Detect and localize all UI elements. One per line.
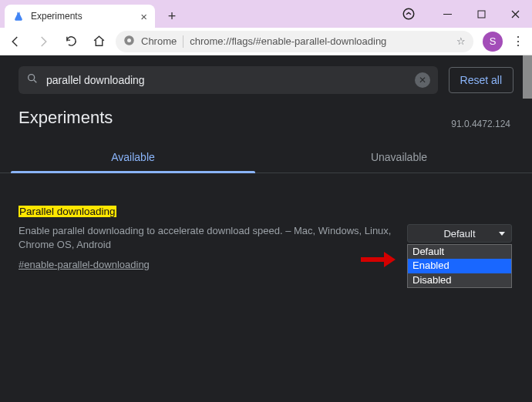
new-tab-button[interactable]: +: [161, 5, 183, 27]
window-minimize-button[interactable]: [430, 0, 464, 28]
svg-rect-2: [478, 11, 485, 18]
browser-window: Experiments × +: [0, 0, 532, 402]
origin-label: Chrome: [141, 35, 177, 47]
browser-menu-icon[interactable]: ⋮: [509, 34, 527, 49]
svg-line-8: [34, 80, 36, 82]
flag-dropdown: Default Default Enabled Disabled: [407, 224, 512, 288]
flag-option-enabled[interactable]: Enabled: [408, 259, 511, 273]
clear-search-icon[interactable]: ✕: [415, 72, 430, 88]
flag-dropdown-list: Default Enabled Disabled: [407, 244, 512, 288]
url-text: chrome://flags/#enable-parallel-download…: [190, 35, 450, 47]
window-controls: [395, 0, 532, 28]
search-icon: [26, 72, 39, 88]
flag-option-disabled[interactable]: Disabled: [408, 273, 511, 287]
flag-option-default[interactable]: Default: [408, 245, 511, 259]
account-menu-icon[interactable]: [395, 0, 423, 28]
svg-point-0: [403, 8, 414, 19]
chrome-icon: [123, 35, 135, 49]
flags-tabs: Available Unavailable: [0, 142, 532, 173]
browser-tab[interactable]: Experiments ×: [5, 5, 155, 28]
tab-close-icon[interactable]: ×: [140, 10, 147, 23]
search-field[interactable]: ✕: [19, 66, 438, 94]
flag-dropdown-selected[interactable]: Default: [407, 224, 512, 243]
window-maximize-button[interactable]: [464, 0, 498, 28]
tab-title: Experiments: [31, 11, 82, 22]
flag-title-highlight: Parallel downloading: [19, 206, 116, 217]
flag-hash-link[interactable]: #enable-parallel-downloading: [19, 259, 150, 270]
search-input[interactable]: [46, 74, 407, 86]
toolbar: Chrome chrome://flags/#enable-parallel-d…: [0, 28, 532, 55]
reset-all-button[interactable]: Reset all: [449, 67, 513, 93]
flags-top-row: ✕ Reset all: [0, 55, 532, 103]
flask-icon: [12, 10, 25, 22]
profile-avatar[interactable]: S: [483, 32, 503, 52]
flag-entry: Parallel downloading Enable parallel dow…: [0, 173, 532, 271]
window-close-button[interactable]: [498, 0, 532, 28]
tab-unavailable[interactable]: Unavailable: [266, 142, 532, 173]
page-content: ✕ Reset all Experiments 91.0.4472.124 Av…: [0, 55, 532, 402]
flag-title: Parallel downloading: [19, 204, 513, 218]
tab-strip: Experiments × +: [0, 0, 532, 28]
reload-button[interactable]: [60, 31, 82, 52]
flag-description: Enable parallel downloading to accelerat…: [19, 224, 396, 251]
forward-button[interactable]: [32, 31, 54, 52]
home-button[interactable]: [88, 31, 109, 52]
annotation-arrow: [361, 252, 398, 267]
omnibox-divider: [183, 35, 184, 48]
address-bar[interactable]: Chrome chrome://flags/#enable-parallel-d…: [116, 31, 473, 52]
svg-point-7: [29, 75, 35, 81]
scrollbar-thumb[interactable]: [523, 55, 532, 99]
tab-available[interactable]: Available: [0, 142, 266, 173]
bookmark-star-icon[interactable]: ☆: [456, 35, 466, 47]
svg-point-6: [127, 39, 131, 42]
version-label: 91.0.4472.124: [451, 119, 510, 129]
back-button[interactable]: [5, 31, 26, 52]
